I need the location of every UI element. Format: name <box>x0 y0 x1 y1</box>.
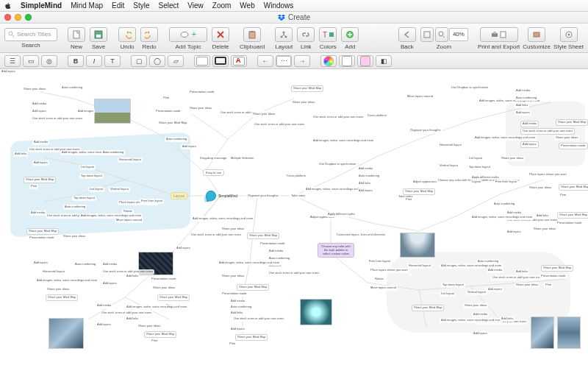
n[interactable]: Use Dropbox to synchronize <box>450 85 490 91</box>
n[interactable]: Place topics where you want <box>369 268 409 273</box>
n[interactable]: Auto numbering <box>514 96 538 101</box>
n[interactable]: Add topics <box>229 327 246 332</box>
n[interactable]: Presentation mode <box>154 109 182 114</box>
n[interactable]: Share your Mind Map <box>556 119 588 126</box>
n[interactable]: Add topics <box>96 322 112 328</box>
n[interactable]: Free form layout <box>140 199 164 204</box>
menu-web[interactable]: Web <box>240 1 254 10</box>
image-thumb-5[interactable] <box>400 233 435 258</box>
fill-color-button[interactable] <box>194 55 210 67</box>
n[interactable]: Use stock icons or add your own icons <box>268 271 320 276</box>
layout-button[interactable] <box>275 27 293 42</box>
n[interactable]: Add links <box>357 181 372 186</box>
n[interactable]: Add images, video, voice recordings and … <box>35 278 98 283</box>
addtopic-button[interactable]: + <box>169 27 207 42</box>
n[interactable]: Add topics <box>357 188 374 194</box>
n[interactable]: Add images, video, voice recordings and … <box>312 138 375 144</box>
menu-select[interactable]: Select <box>159 1 179 10</box>
n[interactable]: Add media <box>101 262 118 267</box>
n[interactable]: Use stock icons or add your own icons <box>190 233 243 238</box>
color-wheel-button[interactable] <box>320 55 337 67</box>
n[interactable]: Share your Mind Map <box>403 188 435 195</box>
topic-organize[interactable]: Organize your thoughts <box>246 194 280 199</box>
n[interactable]: Add topics <box>0 69 17 74</box>
n[interactable]: Add topics <box>175 246 192 251</box>
n[interactable]: Share your ideas <box>251 112 276 117</box>
n[interactable]: Auto numbering <box>60 85 84 91</box>
n[interactable]: Print <box>228 342 237 347</box>
n[interactable]: Drag-drop rearrange <box>198 156 228 161</box>
back-button[interactable] <box>398 27 416 42</box>
topic-takenotes[interactable]: Take notes <box>290 194 306 199</box>
n[interactable]: Adjust appearance <box>412 180 439 185</box>
n[interactable]: Presentation mode <box>220 291 248 297</box>
n[interactable]: Use stock icons or add your own icons <box>520 128 575 135</box>
n[interactable] <box>409 274 412 275</box>
redo-button[interactable] <box>140 27 158 42</box>
n[interactable]: Share your Mind Map <box>557 212 588 219</box>
n[interactable]: Share your Mind Map <box>24 177 56 183</box>
n[interactable]: List layout <box>88 187 104 192</box>
n[interactable]: Add images, video, voice recordings and … <box>473 135 537 141</box>
n[interactable]: Add topics <box>506 230 523 235</box>
shape-note-button[interactable]: ▱ <box>168 55 184 67</box>
n[interactable]: Auto numbering <box>492 202 516 207</box>
n[interactable]: List layout <box>79 165 96 170</box>
n[interactable]: Print <box>150 339 159 344</box>
image-thumb-1[interactable] <box>94 99 131 124</box>
delete-button[interactable] <box>212 27 229 42</box>
n[interactable]: Presentation mode <box>559 143 588 149</box>
n[interactable]: Use stock icons or add your own icons <box>253 122 306 127</box>
n[interactable]: Share your Mind Map <box>157 294 190 301</box>
save-button[interactable] <box>90 27 107 42</box>
n[interactable]: Add topics <box>514 110 531 116</box>
stylesheet-button[interactable] <box>560 27 578 42</box>
n[interactable]: Horizontal layout <box>41 269 66 275</box>
clipboard-button[interactable] <box>243 27 261 42</box>
n[interactable]: Horizontal layout <box>118 158 143 163</box>
menu-zoom[interactable]: Zoom <box>212 1 232 10</box>
n[interactable]: Horizontal layout <box>438 143 463 148</box>
n[interactable]: Add topics <box>32 160 49 166</box>
image-thumb-7[interactable] <box>557 316 581 349</box>
n[interactable]: Share your Mind Map <box>247 233 279 239</box>
n[interactable]: Print <box>559 193 567 198</box>
zoom-out-button[interactable] <box>435 27 448 42</box>
menu-style[interactable]: Style <box>133 1 149 10</box>
n[interactable]: Cross platform <box>366 113 388 118</box>
n[interactable]: Share your Mind Map <box>291 85 323 92</box>
n[interactable]: Auto numbering <box>476 259 500 264</box>
menu-windows[interactable]: Windows <box>264 1 294 10</box>
n[interactable]: Horizontal layout <box>407 263 432 269</box>
n[interactable]: Print <box>404 197 413 202</box>
ruler-toggle[interactable]: ▭ <box>23 55 39 67</box>
n[interactable]: Auto numbering <box>63 205 87 210</box>
n[interactable]: Move topics around <box>369 286 398 291</box>
n[interactable]: Add topics <box>32 261 49 266</box>
n[interactable]: Multiple Selection <box>229 156 255 161</box>
n[interactable]: Add media <box>520 121 539 127</box>
n[interactable]: Print <box>162 96 171 101</box>
n[interactable]: Share your Mind Map <box>26 228 59 235</box>
n[interactable]: Share your Mind Map <box>541 265 573 272</box>
n[interactable]: Add media <box>487 268 503 273</box>
n[interactable]: Share your Mind Map <box>237 284 269 291</box>
n[interactable]: Add images, video, voice recordings and … <box>125 305 188 310</box>
n[interactable]: Share your ideas <box>291 100 316 105</box>
text-color-button[interactable] <box>231 55 247 67</box>
n[interactable]: Add links <box>125 316 140 322</box>
n[interactable]: Add media <box>357 166 374 171</box>
target-toggle[interactable]: ◎ <box>41 55 57 67</box>
n[interactable]: Use stock icons or add your own icons <box>31 116 84 121</box>
image-thumb-3[interactable] <box>49 318 84 349</box>
n[interactable]: Share your Mind Map <box>144 331 176 338</box>
font-button[interactable]: T <box>104 55 121 67</box>
n[interactable]: Vertical layout <box>438 163 459 169</box>
n[interactable]: Add topics <box>472 331 489 336</box>
n[interactable]: Add media <box>29 210 46 216</box>
add-button[interactable] <box>341 27 359 42</box>
n[interactable]: Auto numbering <box>357 174 381 179</box>
app-name[interactable]: SimpleMind <box>21 1 62 10</box>
n[interactable]: Print <box>29 184 38 189</box>
n[interactable]: Apply different styles <box>326 212 356 217</box>
